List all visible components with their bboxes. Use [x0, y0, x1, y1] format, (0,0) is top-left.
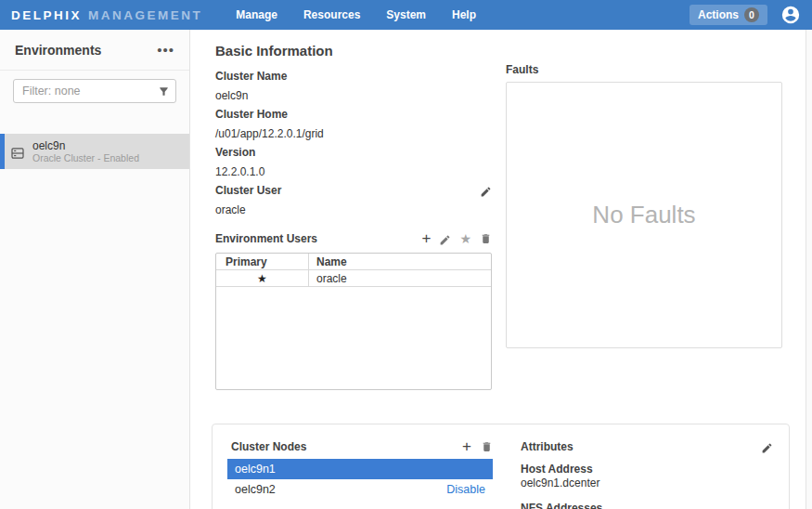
environment-users-header: Environment Users + ★	[215, 228, 492, 249]
cluster-home-value: /u01/app/12.2.0.1/grid	[215, 124, 492, 144]
faults-panel: No Faults	[506, 82, 782, 348]
cluster-nodes-card: Cluster Nodes + oelc9n1 oelc9n2 Disabl	[212, 424, 790, 509]
faults-column: Faults No Faults	[506, 63, 782, 348]
environment-users-title: Environment Users	[215, 232, 317, 245]
main-content: Basic Information Cluster Name oelc9n Cl…	[190, 30, 806, 509]
edit-attributes-icon[interactable]	[761, 441, 773, 453]
menu-system[interactable]: System	[373, 0, 439, 30]
edit-cluster-user-icon[interactable]	[480, 185, 492, 197]
cluster-name-label: Cluster Name	[215, 70, 287, 83]
version-value: 12.2.0.1.0	[215, 163, 492, 182]
environment-users-table-header: Primary Name	[216, 254, 491, 270]
field-version: Version 12.2.0.1.0	[215, 143, 492, 181]
environment-list: oelc9n Oracle Cluster - Enabled	[0, 134, 189, 169]
node-list: oelc9n1 oelc9n2 Disable	[227, 459, 493, 500]
column-primary: Primary	[216, 254, 309, 269]
menu-manage[interactable]: Manage	[223, 0, 290, 30]
filter-funnel-icon[interactable]	[158, 85, 170, 97]
node-row-oelc9n1[interactable]: oelc9n1	[227, 459, 493, 479]
host-address-value: oelc9n1.dcenter	[521, 476, 773, 490]
cluster-nodes-toolbar: +	[462, 440, 493, 453]
cluster-nodes-header: Cluster Nodes +	[227, 437, 493, 456]
environment-user-row[interactable]: ★ oracle	[216, 270, 491, 287]
top-bar: DELPHIX MANAGEMENT Manage Resources Syst…	[0, 0, 812, 30]
node-name: oelc9n1	[235, 463, 276, 476]
filter-input[interactable]	[13, 79, 176, 103]
field-cluster-home: Cluster Home /u01/app/12.2.0.1/grid	[215, 105, 492, 143]
environment-users-table: Primary Name ★ oracle	[215, 253, 492, 390]
node-row-oelc9n2[interactable]: oelc9n2 Disable	[227, 479, 493, 500]
actions-button[interactable]: Actions 0	[690, 5, 767, 25]
attributes-column: Attributes Host Address oelc9n1.dcenter …	[493, 424, 789, 509]
cluster-user-label: Cluster User	[215, 184, 281, 197]
vertical-scrollbar[interactable]	[806, 30, 812, 509]
column-name: Name	[309, 254, 491, 269]
actions-count-badge: 0	[744, 7, 759, 22]
attributes-header: Attributes	[521, 437, 773, 456]
field-cluster-user: Cluster User oracle	[215, 181, 492, 219]
user-name-cell: oracle	[309, 270, 491, 286]
menu-help[interactable]: Help	[439, 0, 489, 30]
version-label: Version	[215, 146, 255, 159]
environment-subtitle: Oracle Cluster - Enabled	[32, 152, 139, 164]
delphix-logo: DELPHIX MANAGEMENT	[11, 8, 202, 22]
environment-list-item-oelc9n[interactable]: oelc9n Oracle Cluster - Enabled	[0, 134, 189, 169]
overflow-menu-icon[interactable]: •••	[157, 46, 174, 55]
cluster-icon	[11, 146, 24, 157]
top-nav: Manage Resources System Help	[223, 0, 489, 30]
environment-name: oelc9n	[32, 139, 139, 152]
add-node-icon[interactable]: +	[462, 440, 471, 453]
disable-node-link[interactable]: Disable	[446, 483, 485, 496]
host-address-label: Host Address	[521, 463, 773, 476]
page-title: Basic Information	[215, 43, 333, 59]
filter-field-wrap	[13, 79, 176, 103]
environments-sidebar: Environments ••• oelc9n Oracle Cluster -…	[0, 30, 190, 509]
logo-secondary: MANAGEMENT	[88, 8, 202, 22]
add-user-icon[interactable]: +	[422, 232, 432, 245]
menu-resources[interactable]: Resources	[290, 0, 373, 30]
sidebar-title: Environments	[15, 43, 101, 58]
cluster-name-value: oelc9n	[215, 86, 492, 106]
set-primary-user-icon[interactable]: ★	[459, 232, 471, 245]
sidebar-header: Environments •••	[0, 30, 189, 71]
field-cluster-name: Cluster Name oelc9n	[215, 67, 492, 105]
attributes-title: Attributes	[521, 440, 574, 453]
user-account-icon[interactable]	[780, 5, 801, 25]
primary-star-icon: ★	[216, 270, 309, 286]
environment-users-toolbar: + ★	[422, 232, 493, 245]
cluster-nodes-title: Cluster Nodes	[231, 440, 306, 453]
environment-item-texts: oelc9n Oracle Cluster - Enabled	[32, 139, 139, 164]
delete-node-icon[interactable]	[481, 440, 493, 453]
nfs-addresses-label: NFS Addresses	[521, 502, 773, 509]
cluster-user-value: oracle	[215, 201, 492, 220]
no-faults-text: No Faults	[592, 201, 695, 229]
edit-user-icon[interactable]	[439, 233, 451, 245]
actions-label: Actions	[698, 8, 739, 21]
node-name: oelc9n2	[235, 483, 276, 496]
logo-primary: DELPHIX	[11, 8, 82, 22]
faults-title: Faults	[506, 63, 782, 82]
basic-information-column: Cluster Name oelc9n Cluster Home /u01/ap…	[215, 67, 492, 390]
cluster-home-label: Cluster Home	[215, 108, 288, 121]
delete-user-icon[interactable]	[480, 232, 492, 245]
cluster-nodes-column: Cluster Nodes + oelc9n1 oelc9n2 Disabl	[213, 424, 493, 509]
